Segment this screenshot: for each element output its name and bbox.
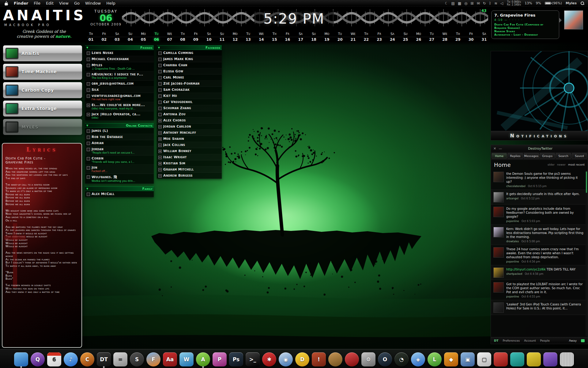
volume-icon[interactable]: ◁ (500, 1, 503, 6)
dock-item-limewire[interactable]: L (428, 352, 442, 366)
display-icon[interactable]: ▤ (451, 1, 454, 6)
dock-item-destroytwitter[interactable]: DT (97, 352, 111, 366)
dock-item-drive-teal[interactable] (510, 352, 524, 366)
dock-item-quicksilver[interactable]: Q (31, 352, 45, 366)
away-status[interactable]: Away (569, 339, 577, 342)
dock-item-drive-purple[interactable] (543, 352, 557, 366)
group-header-facebook[interactable]: ▼Facebook (157, 45, 222, 50)
drive-item-anaitis[interactable]: Anaitis (3, 45, 82, 61)
tweet-item[interactable]: 'Leaked' 3rd Gen iPod Touch Cases (with … (491, 300, 588, 315)
chat-bubble-icon[interactable] (581, 339, 585, 342)
buddy-silk[interactable]: Silk (85, 87, 154, 93)
buddy-myles[interactable]: Myles♫ Grapevine Fires - Death Cab ... (85, 62, 154, 71)
buddy-p-ver-nick-i-seduce-the-p[interactable]: pÆver/nick: I seduce the p...The Ice Kin… (85, 71, 154, 81)
battery-indicator[interactable]: (96%) (545, 1, 562, 5)
collapse-triangle-icon[interactable]: ▼ (86, 124, 88, 127)
drive-item-time-machine[interactable]: Time Machine (3, 64, 82, 80)
dock-item-drive-yellow[interactable] (527, 352, 541, 366)
buddy-lewis-nuske[interactable]: Lewis Nuske (85, 50, 154, 56)
buddy-isaac-wright[interactable]: −Isaac Wright (157, 154, 222, 160)
dock-item-trash[interactable] (560, 352, 574, 366)
tweet-item[interactable]: http://tinyurl.com/yc2zl6k TEN DAYS TILL… (491, 265, 588, 280)
dock-item-adium[interactable]: A (196, 352, 210, 366)
tweet-item[interactable]: Do my google analytics include data from… (491, 205, 588, 225)
buddy-schuman-zhang[interactable]: Schuman Zhang (157, 105, 222, 111)
tweet-user[interactable]: pvponline (506, 295, 519, 298)
dock-item-installer-blue[interactable]: ▣ (461, 352, 475, 366)
dock-item-installer-white[interactable]: ▢ (477, 352, 491, 366)
collapse-triangle-icon[interactable]: ▼ (86, 187, 88, 190)
menubar-item-view[interactable]: View (59, 1, 69, 6)
dock-item-photoshop[interactable]: Ps (229, 352, 243, 366)
dock-item-cyberduck[interactable]: D (295, 352, 309, 366)
buddy-kristian-sim[interactable]: +Kristian Sim (157, 160, 222, 167)
sort-newer[interactable]: newer (557, 163, 566, 166)
drive-item-carbon-copy[interactable]: Carbon Copy (3, 82, 82, 98)
buddy-alex-mccall[interactable]: Alex McCall (85, 191, 154, 197)
dock-item-steam[interactable]: S (130, 352, 144, 366)
buddy-wulfbanes[interactable]: Wulfbanes. 飛Wodka isn't something you dr… (85, 174, 154, 184)
buddy-andrew-burgess[interactable]: −Andrew Burgess (157, 173, 222, 179)
tweet-user[interactable]: pvponline (506, 220, 519, 223)
tab-replies[interactable]: Replies (507, 153, 523, 159)
tweet-item[interactable]: These 24 hour comics seem crazy now that… (491, 245, 588, 265)
dock-item-camino[interactable]: C (80, 352, 94, 366)
buddy-jack-collins[interactable]: −Jack Collins (157, 142, 222, 148)
tab-saved[interactable]: Saved (572, 153, 587, 159)
dock-item-finder[interactable] (14, 352, 28, 366)
minimize-icon[interactable]: — (499, 147, 502, 151)
spotlight-icon[interactable] (580, 1, 584, 5)
buddy-jordan-carlson[interactable]: −Jordan Carlson (157, 124, 222, 130)
footer-account[interactable]: Account (524, 339, 536, 342)
buddy-sam-choraziak[interactable]: Sam Choraziak (157, 87, 222, 93)
quicksilver-icon[interactable]: ◎ (464, 1, 467, 6)
apple-menu-icon[interactable] (4, 1, 8, 6)
buddy-viewtifulshadez-gmail-com[interactable]: viewtifulshadez@gmail.comI'm not here ri… (85, 93, 154, 102)
buddy-moe-shahin[interactable]: +Moe Shahin (157, 136, 222, 142)
menubar-item-finder[interactable]: Finder (14, 1, 28, 6)
tab-search[interactable]: Search (556, 153, 571, 159)
sort-older[interactable]: older (548, 163, 555, 166)
tweet-user[interactable]: chocolaterebel (506, 185, 526, 188)
dock-item-drive-red[interactable] (494, 352, 508, 366)
buddy-elissa-gow[interactable]: Elissa Gow (157, 68, 222, 75)
sync-icon[interactable]: ↻ (483, 1, 486, 6)
buddy-adrian[interactable]: Adrian (85, 140, 154, 146)
footer-preferences[interactable]: Preferences (503, 339, 520, 342)
dock-item-ical[interactable]: 6 (47, 352, 61, 366)
tweet-item[interactable]: the Demon Souls game for the ps3 seems i… (491, 170, 588, 190)
tweet-item[interactable]: Got to playtest the LOLBAT mission arc I… (491, 280, 588, 300)
buddy-chariba-chan[interactable]: Chariba Chan (157, 62, 222, 68)
dt-menu[interactable]: DT (494, 339, 498, 342)
footer-people[interactable]: People (540, 339, 550, 342)
buddy-james-mark-king[interactable]: James Mark King (157, 56, 222, 62)
tweet-item[interactable]: It gets decidedly unsafe in this office … (491, 190, 588, 205)
tweet-user[interactable]: pvponline (506, 260, 519, 263)
user-menu[interactable]: Myles (566, 1, 577, 5)
tweet-item[interactable]: Kern: Work didn't go so well today. Lets… (491, 225, 588, 245)
dock-item-terminal[interactable]: >_ (246, 352, 260, 366)
dock-item-onyx[interactable]: O (378, 352, 392, 366)
buddy-corbin[interactable]: Corbin"Friends will keep you sane, a l..… (85, 155, 154, 165)
buddy-william-bonney[interactable]: +William Bonney (157, 148, 222, 154)
dock-item-calculator[interactable]: = (113, 352, 127, 366)
mail-icon[interactable]: ✉ (477, 1, 480, 6)
buddy-jack-hello-operator-ca[interactable]: −Jack |Hello Operator, ca...(Idle) (85, 111, 154, 121)
dock-item-word[interactable]: W (179, 352, 194, 366)
dock-item-parallels[interactable]: P (213, 352, 227, 366)
buddy-alex-choros[interactable]: +Alex Choros (157, 117, 222, 124)
cpu-percent[interactable]: 13% (525, 1, 532, 5)
buddy-jordan[interactable]: Jordan"People don't need an excuse t... (85, 146, 154, 155)
buddy-antonia-zou[interactable]: Antonia Zou (157, 111, 222, 117)
drive-item-extra-storage[interactable]: Extra Storage (3, 101, 82, 117)
buddy-anthony-hinchliff[interactable]: −Anthony Hinchliff (157, 130, 222, 136)
tweet-user[interactable]: drowtales (506, 240, 519, 243)
group-header-family[interactable]: ▼Family (85, 186, 154, 191)
dock-item-dynamite-game[interactable]: ! (312, 352, 326, 366)
dock-item-dashboard[interactable]: ◔ (394, 352, 409, 366)
dock-item-system-preferences[interactable]: ⚙ (361, 352, 375, 366)
stacks-icon[interactable]: ⊞ (471, 1, 474, 6)
buddy-camilla-cumming[interactable]: Camilla Cumming (157, 50, 222, 56)
collapse-triangle-icon[interactable]: ▼ (86, 46, 88, 49)
buddy-qbn-jebus-hotmail-com[interactable]: qbn_jebus@hotmail.com (85, 81, 154, 87)
